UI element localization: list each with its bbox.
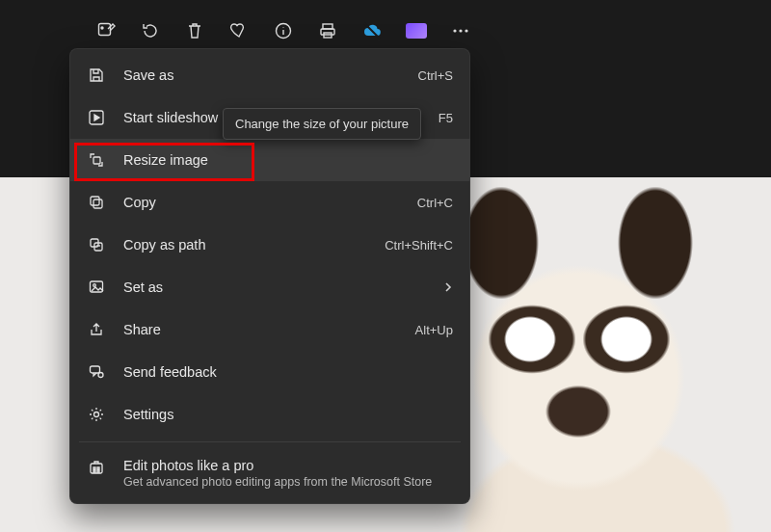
menu-item-label: Copy as path	[123, 237, 385, 253]
svg-point-18	[98, 373, 103, 378]
menu-item-resize[interactable]: Resize image	[69, 139, 470, 181]
resize-icon	[87, 150, 106, 170]
svg-point-8	[465, 29, 467, 32]
menu-item-label: Resize image	[123, 152, 453, 168]
chevron-right-icon	[443, 281, 453, 293]
promo-title: Edit photos like a pro	[123, 458, 432, 473]
svg-rect-12	[93, 200, 102, 208]
menu-item-set-as[interactable]: Set as	[69, 266, 470, 308]
menu-item-label: Save as	[123, 67, 418, 83]
save-icon	[87, 66, 106, 85]
menu-item-label: Send feedback	[123, 364, 453, 380]
svg-point-16	[93, 284, 96, 287]
menu-item-share[interactable]: Share Alt+Up	[69, 308, 470, 351]
menu-item-copy-path[interactable]: Copy as path Ctrl+Shift+C	[69, 224, 470, 266]
menu-promo[interactable]: Edit photos like a pro Get advanced phot…	[69, 448, 470, 494]
gear-icon	[87, 405, 106, 424]
svg-rect-20	[91, 464, 102, 473]
info-icon[interactable]	[272, 19, 295, 42]
menu-item-label: Set as	[123, 279, 443, 295]
menu-item-label: Copy	[123, 195, 417, 210]
menu-item-shortcut: Alt+Up	[415, 323, 453, 337]
menu-item-copy[interactable]: Copy Ctrl+C	[69, 181, 470, 224]
menu-item-shortcut: Ctrl+S	[418, 68, 453, 83]
play-icon	[87, 108, 106, 127]
store-icon	[87, 458, 106, 477]
menu-item-shortcut: Ctrl+C	[417, 196, 453, 210]
svg-rect-10	[93, 157, 100, 164]
edit-icon[interactable]	[94, 19, 118, 42]
svg-rect-3	[323, 24, 332, 29]
svg-rect-11	[91, 197, 99, 205]
menu-item-shortcut: F5	[439, 111, 453, 125]
share-icon	[87, 320, 106, 339]
copy-path-icon	[87, 235, 106, 254]
delete-icon[interactable]	[183, 19, 206, 42]
svg-rect-4	[321, 29, 334, 35]
promo-subtitle: Get advanced photo editing apps from the…	[123, 475, 432, 489]
cloud-sync-icon[interactable]	[360, 19, 384, 42]
menu-item-save-as[interactable]: Save as Ctrl+S	[69, 54, 470, 96]
menu-item-shortcut: Ctrl+Shift+C	[385, 238, 453, 253]
toolbar	[94, 12, 472, 50]
tooltip: Change the size of your picture	[223, 108, 421, 140]
svg-point-1	[101, 27, 103, 29]
svg-point-19	[94, 412, 99, 417]
image-icon	[87, 278, 106, 297]
print-icon[interactable]	[316, 19, 339, 42]
svg-rect-0	[99, 24, 111, 36]
menu-item-label: Settings	[123, 407, 453, 422]
menu-separator	[79, 441, 461, 442]
svg-rect-17	[91, 366, 100, 373]
menu-item-label: Share	[123, 322, 415, 337]
menu-item-settings[interactable]: Settings	[69, 393, 470, 436]
feedback-icon	[87, 362, 106, 382]
menu-item-feedback[interactable]: Send feedback	[69, 351, 470, 393]
svg-point-7	[459, 29, 462, 32]
clipchamp-icon[interactable]	[405, 19, 428, 42]
svg-point-6	[453, 29, 456, 32]
rotate-icon[interactable]	[139, 19, 162, 42]
copy-icon	[87, 193, 106, 212]
favorite-icon[interactable]	[227, 19, 251, 42]
more-icon[interactable]	[449, 19, 472, 42]
